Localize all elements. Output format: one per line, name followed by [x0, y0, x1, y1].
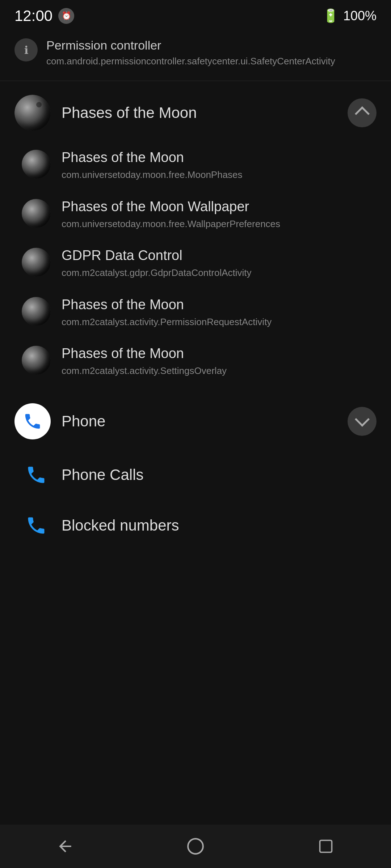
notification-icon: ℹ: [14, 38, 38, 61]
recents-button[interactable]: [311, 832, 340, 861]
phone-group-icon: [14, 403, 51, 439]
sub-item-title-5: Phases of the Moon: [62, 346, 377, 361]
chevron-down-icon: [357, 414, 367, 429]
list-item[interactable]: Phases of the Moon Wallpaper com.univers…: [22, 190, 391, 239]
sub-item-title-4: Phases of the Moon: [62, 297, 377, 312]
notification-text: Permission controller com.android.permis…: [46, 38, 377, 68]
sub-item-title-3: GDPR Data Control: [62, 248, 377, 263]
phone-group-section: Phone Phone Calls Blocked numbers: [0, 393, 391, 551]
home-button[interactable]: [181, 832, 210, 861]
moon-image-large: [14, 95, 51, 131]
sub-item-text-2: Phases of the Moon Wallpaper com.univers…: [62, 199, 377, 230]
status-time: 12:00: [14, 7, 52, 25]
sub-item-package-1: com.universetoday.moon.free.MoonPhases: [62, 168, 377, 181]
phone-group-chevron[interactable]: [348, 407, 377, 436]
notification-area: ℹ Permission controller com.android.perm…: [0, 29, 391, 81]
list-item[interactable]: Phone Calls: [22, 450, 391, 500]
sub-item-package-4: com.m2catalyst.activity.PermissionReques…: [62, 315, 377, 328]
chevron-up-icon: [357, 106, 367, 120]
blocked-numbers-svg: [25, 515, 47, 536]
sub-item-text-5: Phases of the Moon com.m2catalyst.activi…: [62, 346, 377, 377]
moon-icon-4: [22, 297, 51, 326]
svg-rect-1: [320, 841, 332, 852]
sub-item-text-3: GDPR Data Control com.m2catalyst.gdpr.Gd…: [62, 248, 377, 279]
sub-item-package-5: com.m2catalyst.activity.SettingsOverlay: [62, 364, 377, 377]
notification-title: Permission controller: [46, 38, 377, 52]
moon-icon-3: [22, 248, 51, 277]
phone-icon-svg: [23, 412, 42, 431]
phone-group-title: Phone: [62, 413, 348, 430]
phone-calls-svg: [25, 464, 47, 486]
svg-point-0: [188, 839, 203, 854]
list-item[interactable]: Phases of the Moon com.m2catalyst.activi…: [22, 337, 391, 386]
moon-icon-1: [22, 150, 51, 179]
phone-calls-icon: [22, 460, 51, 489]
sub-item-title-1: Phases of the Moon: [62, 150, 377, 165]
status-bar: 12:00 ⏰ 🔋 100%: [0, 0, 391, 29]
blocked-numbers-icon: [22, 511, 51, 540]
recents-icon: [318, 838, 334, 854]
home-icon: [186, 837, 205, 855]
sub-item-package-3: com.m2catalyst.gdpr.GdprDataControlActiv…: [62, 266, 377, 279]
alarm-icon: ⏰: [58, 8, 74, 24]
phone-sub-items: Phone Calls Blocked numbers: [0, 450, 391, 551]
list-item[interactable]: Phases of the Moon com.m2catalyst.activi…: [22, 288, 391, 337]
sub-item-title-2: Phases of the Moon Wallpaper: [62, 199, 377, 214]
moon-group-icon: [14, 95, 51, 131]
phone-calls-label: Phone Calls: [62, 466, 143, 484]
list-item[interactable]: Blocked numbers: [22, 500, 391, 551]
status-bar-left: 12:00 ⏰: [14, 7, 74, 25]
back-icon: [56, 837, 74, 855]
back-button[interactable]: [51, 832, 80, 861]
battery-percent: 100%: [343, 8, 377, 24]
moon-group-section: Phases of the Moon Phases of the Moon co…: [0, 85, 391, 386]
permission-controller-notification: ℹ Permission controller com.android.perm…: [14, 33, 377, 73]
phone-group-header[interactable]: Phone: [0, 393, 391, 450]
sub-item-text-1: Phases of the Moon com.universetoday.moo…: [62, 150, 377, 181]
notification-package: com.android.permissioncontroller.safetyc…: [46, 55, 377, 68]
sub-item-text-4: Phases of the Moon com.m2catalyst.activi…: [62, 297, 377, 328]
moon-icon-5: [22, 346, 51, 375]
moon-group-header[interactable]: Phases of the Moon: [0, 85, 391, 141]
moon-sub-items: Phases of the Moon com.universetoday.moo…: [0, 141, 391, 386]
moon-group-title: Phases of the Moon: [62, 104, 348, 122]
status-bar-right: 🔋 100%: [323, 8, 377, 24]
list-item[interactable]: GDPR Data Control com.m2catalyst.gdpr.Gd…: [22, 239, 391, 288]
battery-icon: 🔋: [323, 8, 339, 24]
blocked-numbers-label: Blocked numbers: [62, 517, 179, 534]
moon-icon-2: [22, 199, 51, 228]
navigation-bar: [0, 825, 391, 868]
moon-group-chevron[interactable]: [348, 98, 377, 127]
list-item[interactable]: Phases of the Moon com.universetoday.moo…: [22, 141, 391, 190]
sub-item-package-2: com.universetoday.moon.free.WallpaperPre…: [62, 217, 377, 230]
